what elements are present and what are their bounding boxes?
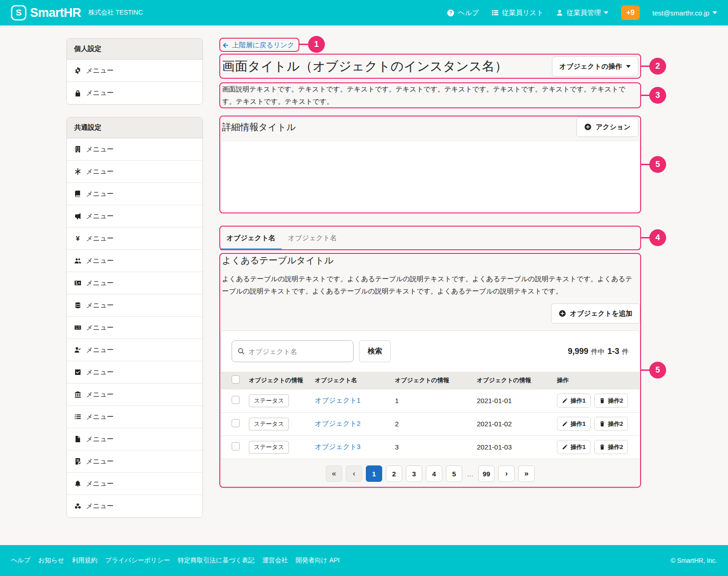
sidebar-item-menu[interactable]: メニュー [67,60,202,82]
arrow-left-icon [222,42,229,49]
object-date: 2021-01-03 [472,435,552,459]
account-menu[interactable]: test@smarthr.co.jp [652,9,717,17]
tab-bar: オブジェクト名 オブジェクト名 [220,226,640,250]
pagination-ellipsis: … [466,470,475,478]
pencil-icon [562,444,568,450]
app-footer: ヘルプ お知らせ 利用規約 プライバシーポリシー 特定商取引法に基づく表記 運営… [0,545,728,576]
object-link[interactable]: オブジェクト3 [315,443,360,450]
add-object-button[interactable]: オブジェクトを追加 [551,303,640,323]
delete-button[interactable]: 操作2 [594,440,628,454]
pagination-page-5[interactable]: 5 [446,465,462,482]
pagination-prev-button[interactable]: ‹ [346,465,362,482]
smarthr-logo[interactable]: S SmartHR [11,5,81,20]
action-button[interactable]: アクション [576,117,638,137]
chevron-down-icon [713,11,717,14]
sidebar-item-menu[interactable]: ¥ メニュー [67,227,202,250]
bell-icon [74,480,81,487]
header-nav: ? ヘルプ 従業員リスト 従業員管理 +9 test@smarthr.co.jp [447,5,717,20]
delete-button[interactable]: 操作2 [594,394,628,408]
main-area: 上階層に戻るリンク 画面タイトル（オブジェクトのインスタンス名） オブジェクトの… [220,38,640,489]
pagination-page-1[interactable]: 1 [366,465,382,482]
cubes-icon [74,503,81,510]
money-check-icon [74,324,81,331]
sidebar-item-menu[interactable]: メニュー [67,205,202,227]
sidebar-item-menu[interactable]: メニュー [67,428,202,450]
id-card-icon [74,279,81,287]
sidebar-item-menu[interactable]: メニュー [67,339,202,361]
pagination-page-3[interactable]: 3 [406,465,422,482]
database-icon [74,302,81,309]
status-badge: ステータス [249,418,289,430]
employee-admin-menu[interactable]: 従業員管理 [556,9,608,17]
sidebar-item-menu[interactable]: メニュー [67,406,202,428]
sidebar-item-menu[interactable]: メニュー [67,183,202,205]
pagination-page-99[interactable]: 99 [478,465,495,482]
pagination-next-button[interactable]: › [498,465,515,482]
footer-link-help[interactable]: ヘルプ [11,556,30,565]
search-icon [238,348,245,355]
sidebar-item-menu[interactable]: メニュー [67,384,202,406]
row-checkbox[interactable] [232,419,240,427]
sidebar-item-menu[interactable]: メニュー [67,361,202,384]
footer-link-privacy[interactable]: プライバシーポリシー [105,556,170,565]
footer-link-news[interactable]: お知らせ [38,556,64,565]
table-card: 検索 9,999 件中 1-3 件 オブジェクトの情報 オブジェクト名 [220,330,640,489]
delete-button[interactable]: 操作2 [594,417,628,431]
page-description: 画面説明テキストです。テキストです。テキストです。テキストです。テキストです。テ… [220,83,640,107]
help-link[interactable]: ? ヘルプ [447,9,479,17]
table-row: ステータス オブジェクト2 2 2021-01-02 操作1 操作2 [221,412,640,435]
sidebar-item-menu[interactable]: メニュー [67,272,202,294]
sidebar-item-menu[interactable]: メニュー [67,317,202,339]
svg-text:?: ? [450,10,452,15]
status-badge: ステータス [249,441,289,454]
object-link[interactable]: オブジェクト1 [315,396,360,404]
pagination-last-button[interactable]: » [518,465,535,482]
edit-button[interactable]: 操作1 [557,440,591,454]
row-checkbox[interactable] [232,442,240,450]
yen-icon: ¥ [74,235,81,242]
object-link[interactable]: オブジェクト2 [315,419,360,427]
asterisk-icon [74,168,81,175]
employee-list-link[interactable]: 従業員リスト [491,9,543,17]
select-all-checkbox[interactable] [232,375,240,384]
tab-object-1[interactable]: オブジェクト名 [220,226,282,250]
result-count: 9,999 件中 1-3 件 [568,347,629,356]
bank-icon [74,391,81,398]
chevron-down-icon [604,11,608,14]
plus-circle-icon [559,310,566,317]
search-button[interactable]: 検索 [359,340,391,362]
footer-link-terms[interactable]: 利用規約 [72,556,97,565]
list-grid-icon [491,9,499,16]
row-checkbox[interactable] [232,396,240,404]
edit-button[interactable]: 操作1 [557,394,591,408]
pagination-page-2[interactable]: 2 [386,465,402,482]
trash-icon [599,421,605,427]
footer-link-developer-api[interactable]: 開発者向け API [296,556,340,565]
sidebar-item-menu[interactable]: メニュー [67,138,202,161]
notification-badge[interactable]: +9 [621,5,639,20]
footer-link-company[interactable]: 運営会社 [263,556,288,565]
lock-icon [74,90,81,97]
file-check-icon [74,458,81,465]
smarthr-logo-icon: S [11,5,26,20]
sidebar-group-title: 個人設定 [67,39,202,60]
object-info: 3 [390,435,472,459]
object-actions-button[interactable]: オブジェクトの操作 [552,56,638,76]
edit-button[interactable]: 操作1 [557,417,591,431]
sidebar-item-menu[interactable]: メニュー [67,473,202,495]
plus-circle-icon [584,123,592,131]
sidebar-item-menu[interactable]: メニュー [67,294,202,317]
sidebar-item-menu[interactable]: メニュー [67,450,202,473]
pagination-page-4[interactable]: 4 [426,465,442,482]
trash-icon [599,398,605,404]
tab-object-2[interactable]: オブジェクト名 [282,226,343,250]
back-to-parent-link[interactable]: 上階層に戻るリンク [222,41,294,50]
sidebar-item-menu[interactable]: メニュー [67,250,202,272]
search-input[interactable] [248,348,348,355]
pagination-first-button[interactable]: « [326,465,342,482]
building-icon [74,146,81,153]
sidebar-item-menu[interactable]: メニュー [67,161,202,183]
sidebar-item-menu[interactable]: メニュー [67,82,202,104]
footer-link-commerce-law[interactable]: 特定商取引法に基づく表記 [178,556,255,565]
sidebar-item-menu[interactable]: メニュー [67,495,202,517]
